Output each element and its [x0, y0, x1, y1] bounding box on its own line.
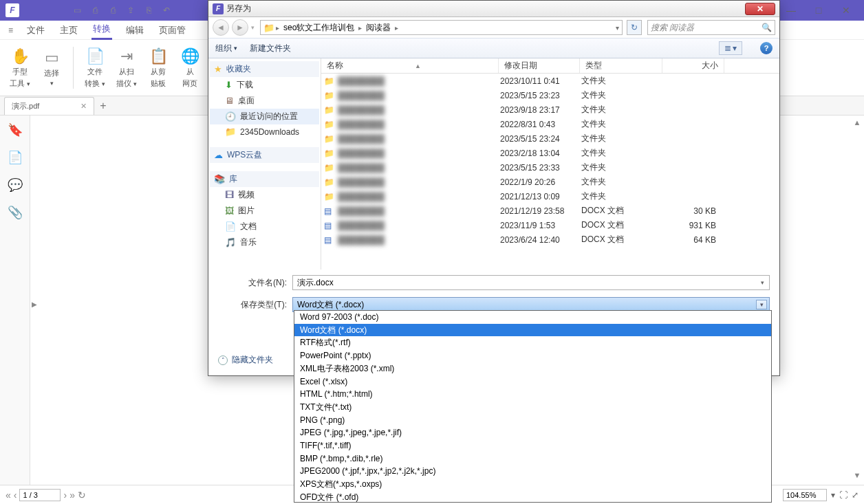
list-row[interactable]: ▤████████2023/6/24 12:40DOCX 文档64 KB: [321, 232, 779, 247]
document-tab[interactable]: 演示.pdf ✕: [4, 97, 94, 115]
tree-downloads[interactable]: ⬇下载: [210, 77, 319, 93]
list-row[interactable]: 📁████████2022/8/31 0:43文件夹: [321, 117, 779, 131]
breadcrumb-bar[interactable]: 📁 ▸ seo软文工作培训包 ▸ 阅读器 ▸ ▾: [260, 20, 623, 35]
fullscreen-icon[interactable]: ⛶: [839, 490, 847, 500]
tool-scan[interactable]: ⇥从扫描仪 ▾: [112, 43, 141, 93]
list-row[interactable]: 📁████████2023/5/15 23:33文件夹: [321, 160, 779, 175]
list-row[interactable]: 📁████████2021/12/13 0:09文件夹: [321, 189, 779, 204]
hide-folders-toggle[interactable]: ˄ 隐藏文件夹: [218, 354, 273, 366]
filetype-option[interactable]: XPS文档(*.xps,*.oxps): [294, 478, 771, 491]
menu-file[interactable]: 文件: [25, 21, 46, 39]
tree-wps-cloud[interactable]: ☁WPS云盘: [210, 147, 319, 163]
filetype-option[interactable]: JPEG (*.jpg,*.jpeg,*.jpe,*.jif): [294, 426, 771, 439]
filetype-option[interactable]: PNG (*.png): [294, 414, 771, 427]
filetype-dropdown-list[interactable]: Word 97-2003 (*.doc)Word文档 (*.docx)RTF格式…: [294, 310, 772, 503]
filename-drop-icon[interactable]: ▾: [756, 276, 768, 289]
menu-edit[interactable]: 编辑: [125, 21, 145, 39]
list-row[interactable]: 📁████████2023/2/18 13:04文件夹: [321, 146, 779, 160]
tree-2345downloads[interactable]: 📁2345Downloads: [210, 124, 319, 139]
menu-convert[interactable]: 转换: [91, 20, 112, 40]
list-row[interactable]: ▤████████2021/12/19 23:58DOCX 文档30 KB: [321, 204, 779, 218]
list-row[interactable]: ▤████████2023/11/9 1:53DOCX 文档931 KB: [321, 218, 779, 232]
fit-icon[interactable]: ⤢: [852, 490, 858, 500]
filetype-option[interactable]: Excel (*.xlsx): [294, 375, 771, 388]
minimize-button[interactable]: —: [781, 3, 801, 17]
list-row[interactable]: 📁████████2023/10/11 0:41文件夹: [321, 74, 779, 88]
attach-icon[interactable]: 📎: [8, 205, 23, 220]
col-date[interactable]: 修改日期: [499, 58, 580, 73]
comment-icon[interactable]: 💬: [8, 177, 23, 193]
col-name[interactable]: 名称▲: [321, 58, 499, 73]
open-icon[interactable]: ▭: [70, 3, 84, 17]
close-button[interactable]: ✕: [836, 3, 856, 17]
select-drop-icon[interactable]: ▾: [756, 300, 767, 309]
close-tab-icon[interactable]: ✕: [80, 102, 87, 111]
view-mode-button[interactable]: ≣ ▾: [719, 41, 742, 55]
breadcrumb-item[interactable]: 阅读器: [363, 22, 393, 34]
first-page-icon[interactable]: «: [6, 490, 11, 501]
tree-video[interactable]: 🎞视频: [210, 187, 319, 203]
right-scrollbar[interactable]: ▲ ▼: [852, 116, 863, 485]
filetype-option[interactable]: Word 97-2003 (*.doc): [294, 311, 771, 324]
organize-button[interactable]: 组织 ▾: [215, 43, 237, 54]
filename-input[interactable]: [292, 275, 770, 290]
filetype-option[interactable]: TXT文件(*.txt): [294, 401, 771, 414]
filetype-option[interactable]: TIFF(*.tif,*.tiff): [294, 439, 771, 452]
list-header[interactable]: 名称▲ 修改日期 类型 大小: [321, 58, 779, 74]
print-icon[interactable]: ⎙: [106, 3, 120, 17]
tree-documents[interactable]: 📄文档: [210, 219, 319, 234]
zoom-drop-icon[interactable]: ▾: [831, 490, 835, 500]
prev-page-icon[interactable]: ‹: [14, 490, 17, 501]
tool-clipboard[interactable]: 📋从剪贴板: [144, 43, 173, 93]
tree-desktop[interactable]: 🖥桌面: [210, 93, 319, 109]
tool-web[interactable]: 🌐从网页: [175, 43, 204, 93]
last-page-icon[interactable]: »: [69, 490, 75, 501]
reload-icon[interactable]: ↻: [78, 490, 86, 501]
tree-recent[interactable]: 🕘最近访问的位置: [210, 109, 319, 124]
maximize-button[interactable]: □: [809, 3, 828, 17]
list-row[interactable]: 📁████████2022/1/9 20:26文件夹: [321, 175, 779, 189]
save-icon[interactable]: ⎙: [88, 3, 102, 17]
filetype-option[interactable]: BMP (*.bmp,*.dib,*.rle): [294, 452, 771, 465]
hamburger-icon[interactable]: ≡: [8, 25, 13, 35]
list-row[interactable]: 📁████████2023/5/15 23:23文件夹: [321, 88, 779, 102]
dialog-titlebar[interactable]: F 另存为 ✕: [208, 1, 779, 17]
tree-favorites[interactable]: ★收藏夹: [210, 61, 319, 77]
pages-icon[interactable]: 📄: [8, 150, 23, 165]
filetype-option[interactable]: OFD文件 (*.ofd): [294, 491, 771, 503]
list-row[interactable]: 📁████████2023/9/18 23:17文件夹: [321, 102, 779, 117]
tree-library[interactable]: 📚库: [210, 171, 319, 187]
nav-forward-button[interactable]: ►: [232, 19, 248, 36]
breadcrumb-item[interactable]: seo软文工作培训包: [281, 22, 357, 34]
scroll-down-icon[interactable]: ▼: [852, 471, 863, 482]
nav-back-button[interactable]: ◄: [213, 19, 229, 36]
nav-history-drop-icon[interactable]: ▾: [251, 24, 255, 31]
menu-page[interactable]: 页面管: [158, 21, 187, 39]
next-page-icon[interactable]: ›: [63, 490, 67, 501]
filetype-option[interactable]: XML电子表格2003 (*.xml): [294, 362, 771, 375]
col-type[interactable]: 类型: [580, 58, 662, 73]
refresh-button[interactable]: ↻: [627, 20, 642, 35]
tree-pictures[interactable]: 🖼图片: [210, 203, 319, 219]
help-button[interactable]: ?: [760, 42, 773, 54]
dialog-close-button[interactable]: ✕: [745, 3, 775, 15]
undo-icon[interactable]: ↶: [160, 3, 173, 17]
search-input[interactable]: 搜索 阅读器 🔍: [647, 20, 775, 35]
add-tab-button[interactable]: +: [100, 100, 106, 112]
bookmark-icon[interactable]: 🔖: [8, 122, 23, 138]
tool-select[interactable]: ▭选择▾: [37, 43, 66, 93]
new-folder-button[interactable]: 新建文件夹: [250, 43, 291, 54]
page-input[interactable]: [19, 489, 61, 501]
tree-music[interactable]: 🎵音乐: [210, 234, 319, 250]
scroll-up-icon[interactable]: ▲: [852, 118, 863, 129]
newdoc-icon[interactable]: ⎘: [142, 3, 155, 17]
filetype-option[interactable]: HTML (*.htm;*.html): [294, 388, 771, 401]
tool-hand[interactable]: ✋手型工具 ▾: [6, 43, 34, 93]
breadcrumb-drop-icon[interactable]: ▾: [616, 24, 619, 32]
export-icon[interactable]: ⇪: [124, 3, 138, 17]
filetype-option[interactable]: RTF格式(*.rtf): [294, 336, 771, 349]
col-size[interactable]: 大小: [662, 58, 724, 73]
expand-sidebar-icon[interactable]: ▶: [32, 300, 37, 308]
list-row[interactable]: 📁████████2023/5/15 23:24文件夹: [321, 131, 779, 146]
filetype-option[interactable]: PowerPoint (*.pptx): [294, 349, 771, 362]
